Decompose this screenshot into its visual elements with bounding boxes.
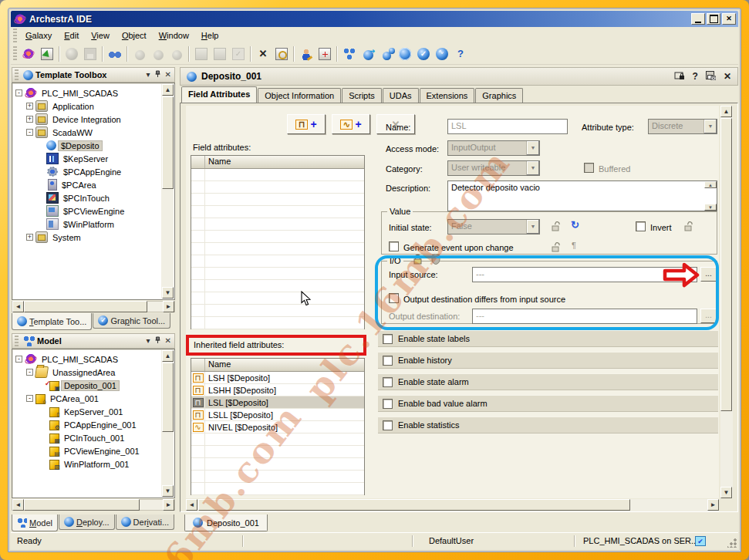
tab-extensions[interactable]: Extensions xyxy=(420,88,475,103)
enable-statistics-bar[interactable]: Enable statistics xyxy=(378,417,718,433)
tree-item-scadaww[interactable]: -ScadaWW xyxy=(15,126,159,139)
editor-vertical-scrollbar[interactable]: ▲ ▼ xyxy=(720,106,733,498)
tree-item-kepserver-template[interactable]: $KepServer xyxy=(15,152,159,165)
tree-item-pcintouch-template[interactable]: $PCInTouch xyxy=(15,191,159,204)
tree-item-application[interactable]: +Application xyxy=(15,100,159,113)
help-icon[interactable] xyxy=(451,46,470,62)
save-icon[interactable] xyxy=(81,46,100,62)
undo-checkout-icon[interactable] xyxy=(167,46,186,62)
menu-object[interactable]: Object xyxy=(116,29,153,42)
unlocked-padlock-icon[interactable] xyxy=(683,221,693,234)
model-view-icon[interactable] xyxy=(340,46,359,62)
output-destination-field[interactable]: --- xyxy=(472,309,697,324)
tree-item-deposito-template[interactable]: $Deposito xyxy=(15,139,159,152)
scroll-left-button[interactable]: ◄ xyxy=(12,499,24,511)
tree-item-pcintouch-001[interactable]: ▦PCInTouch_001 xyxy=(15,431,159,444)
close-panel-icon[interactable]: ✕ xyxy=(165,71,171,79)
operations-view-icon[interactable] xyxy=(433,46,451,62)
scroll-right-button[interactable]: ► xyxy=(163,301,174,312)
unlocked-padlock-icon[interactable] xyxy=(551,241,561,255)
tree-item-pcarea-001[interactable]: -⌂PCArea_001 xyxy=(15,392,159,405)
properties-icon[interactable] xyxy=(229,46,248,62)
add-digital-attribute-button[interactable]: + xyxy=(287,114,326,134)
generate-event-checkbox[interactable] xyxy=(389,241,399,251)
new-galaxy-object-icon[interactable] xyxy=(19,46,38,62)
input-source-browse-button[interactable]: ... xyxy=(700,267,717,282)
chevron-down-icon[interactable]: ▾ xyxy=(147,71,150,79)
attribute-row-lshh[interactable]: LSHH [$Deposito] xyxy=(191,384,364,396)
scroll-up-button[interactable]: ▲ xyxy=(162,84,174,96)
attribute-row-nivel[interactable]: NIVEL [$Deposito] xyxy=(191,421,364,433)
name-input[interactable]: LSL xyxy=(447,119,568,134)
tree-item-unassignedarea[interactable]: -UnassignedArea xyxy=(15,366,159,379)
tree-item-plc-hmi-scadas-model[interactable]: -PLC_HMI_SCADAS xyxy=(15,353,159,366)
tree-item-deposito-001[interactable]: ▣Deposito_001 xyxy=(15,379,159,392)
tree-item-device-integration[interactable]: +Device Integration xyxy=(15,113,159,126)
buffered-checkbox[interactable] xyxy=(584,163,594,173)
enable-statistics-checkbox[interactable] xyxy=(383,420,393,430)
model-panel-header[interactable]: Model ▾ ✕ xyxy=(12,333,175,349)
close-panel-icon[interactable]: ✕ xyxy=(165,337,171,345)
upload-runtime-changes-icon[interactable] xyxy=(211,46,229,62)
open-galaxy-icon[interactable] xyxy=(62,46,81,62)
category-combo[interactable]: User writeable▼ xyxy=(447,160,540,176)
tab-derivation[interactable]: Derivati... xyxy=(116,514,174,530)
scroll-thumb[interactable] xyxy=(162,96,174,189)
enable-state-alarm-checkbox[interactable] xyxy=(383,377,393,387)
enable-state-alarm-bar[interactable]: Enable state alarm xyxy=(378,373,718,390)
tree-item-plc-hmi-scadas[interactable]: -PLC_HMI_SCADAS xyxy=(15,86,159,100)
import-object-icon[interactable] xyxy=(38,46,56,62)
tree-item-pcappengine-template[interactable]: $PCAppEngine xyxy=(15,165,159,178)
scroll-thumb[interactable] xyxy=(198,499,630,511)
menu-view[interactable]: View xyxy=(85,29,116,42)
enable-bad-value-alarm-checkbox[interactable] xyxy=(383,399,393,409)
menu-edit[interactable]: Edit xyxy=(58,29,85,42)
scroll-up-button[interactable]: ▲ xyxy=(720,106,732,117)
description-textarea[interactable]: Detector deposito vacio xyxy=(447,180,717,211)
tree-item-pcviewengine-001[interactable]: ▤PCViewEngine_001 xyxy=(15,444,159,457)
template-toolbox-header[interactable]: Template Toolbox ▾ ✕ xyxy=(12,67,175,83)
checkin-object-icon[interactable] xyxy=(149,46,167,62)
output-differs-checkbox[interactable] xyxy=(389,293,399,303)
delete-icon[interactable] xyxy=(254,46,272,62)
checkout-object-icon[interactable] xyxy=(130,46,149,62)
menu-galaxy[interactable]: Galaxy xyxy=(19,29,58,42)
tab-template-toolbox[interactable]: Template Too... xyxy=(12,313,92,330)
input-source-field[interactable]: --- xyxy=(472,267,697,282)
scroll-down-button[interactable]: ▼ xyxy=(720,487,732,498)
scroll-thumb[interactable] xyxy=(24,301,147,312)
model-vertical-scrollbar[interactable]: ▲ ▼ xyxy=(161,350,174,497)
tab-deploy[interactable]: Deploy... xyxy=(59,514,115,530)
configure-users-icon[interactable] xyxy=(297,46,315,62)
add-analog-attribute-button[interactable]: + xyxy=(332,114,370,134)
tt-horizontal-scrollbar[interactable]: ◄ ► xyxy=(12,301,175,312)
graphic-toolbox-view-icon[interactable] xyxy=(414,46,433,62)
scroll-down-button[interactable]: ▼ xyxy=(162,287,174,299)
inherited-attributes-table[interactable]: Name LSH [$Deposito] LSHH [$Deposito] LS… xyxy=(191,358,365,495)
tree-item-pcarea-template[interactable]: $PCArea xyxy=(15,178,159,191)
menu-window[interactable]: Window xyxy=(153,29,195,42)
tree-item-kepserver-001[interactable]: ▯KepServer_001 xyxy=(15,405,159,418)
enable-state-labels-checkbox[interactable] xyxy=(383,334,393,344)
enable-history-checkbox[interactable] xyxy=(383,356,393,366)
template-toolbox-view-icon[interactable] xyxy=(396,46,414,62)
close-button[interactable]: ✕ xyxy=(722,13,736,25)
tab-scripts[interactable]: Scripts xyxy=(342,88,382,103)
derivation-view-icon[interactable] xyxy=(377,46,396,62)
enable-bad-value-alarm-bar[interactable]: Enable bad value alarm xyxy=(378,395,718,412)
menu-help[interactable]: Help xyxy=(195,29,225,42)
document-tab-deposito-001[interactable]: Deposito_001 xyxy=(184,514,268,531)
refresh-lock-icon[interactable]: ↻ xyxy=(571,219,579,231)
deploy-view-icon[interactable] xyxy=(359,46,377,62)
scroll-thumb[interactable] xyxy=(162,363,174,432)
chevron-down-icon[interactable]: ▾ xyxy=(147,337,150,345)
tab-graphic-toolbox[interactable]: Graphic Tool... xyxy=(93,313,170,329)
scroll-right-button[interactable]: ► xyxy=(163,499,174,511)
initial-state-combo[interactable]: False▼ xyxy=(447,219,540,234)
scroll-right-button[interactable]: ► xyxy=(707,499,719,511)
attribute-row-lsh[interactable]: LSH [$Deposito] xyxy=(191,372,364,384)
pin-icon[interactable] xyxy=(154,336,161,346)
scroll-up-button[interactable]: ▲ xyxy=(704,181,717,188)
tree-item-system[interactable]: +System xyxy=(15,231,159,244)
minimize-button[interactable] xyxy=(691,13,705,25)
